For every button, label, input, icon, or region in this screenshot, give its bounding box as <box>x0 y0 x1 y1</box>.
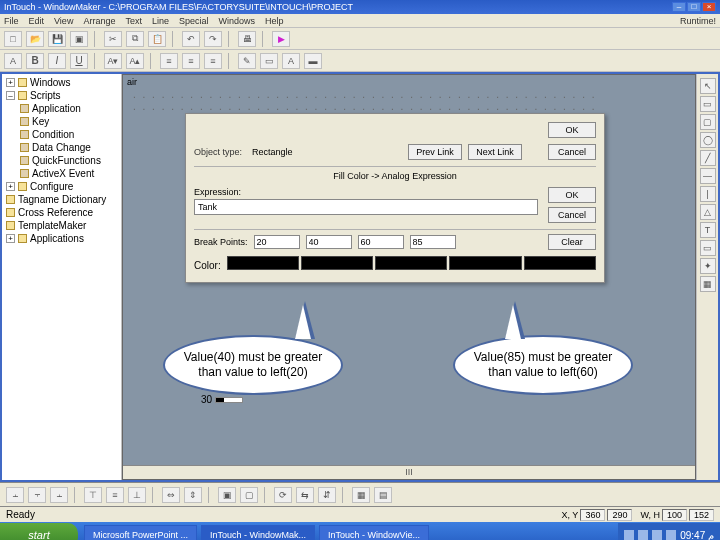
menu-arrange[interactable]: Arrange <box>83 16 115 26</box>
tool-linecolor-icon[interactable]: ✎ <box>238 53 256 69</box>
tool-roundrect-icon[interactable]: ▢ <box>700 114 716 130</box>
bp-input-4[interactable] <box>410 235 456 249</box>
tool-cut-icon[interactable]: ✂ <box>104 31 122 47</box>
color-swatch[interactable] <box>524 256 596 270</box>
taskbar-item[interactable]: InTouch - WindowMak... <box>201 525 315 540</box>
tool-dup-icon[interactable]: ▣ <box>70 31 88 47</box>
tool-line-icon[interactable]: ╱ <box>700 150 716 166</box>
color-swatch[interactable] <box>449 256 521 270</box>
tree-item[interactable]: –Scripts <box>4 89 119 102</box>
tool-rect-icon[interactable]: ▭ <box>700 96 716 112</box>
tool-bgcolor-icon[interactable]: ▬ <box>304 53 322 69</box>
tool-pointer-icon[interactable]: ↖ <box>700 78 716 94</box>
tool-hline-icon[interactable]: — <box>700 168 716 184</box>
tool-save-icon[interactable]: 💾 <box>48 31 66 47</box>
align-left-icon[interactable]: ⫠ <box>6 487 24 503</box>
expression-input[interactable] <box>194 199 538 215</box>
tool-poly-icon[interactable]: △ <box>700 204 716 220</box>
system-tray[interactable]: 09:47 م <box>618 523 720 540</box>
taskbar-item[interactable]: Microsoft PowerPoint ... <box>84 525 197 540</box>
align-right-icon[interactable]: ⫠ <box>50 487 68 503</box>
tree-item[interactable]: QuickFunctions <box>4 154 119 167</box>
prev-link-button[interactable]: Prev Link <box>408 144 462 160</box>
expand-icon[interactable]: + <box>6 234 15 243</box>
tool-bold-icon[interactable]: B <box>26 53 44 69</box>
tree-item[interactable]: +Applications <box>4 232 119 245</box>
tool-font-icon[interactable]: A <box>4 53 22 69</box>
color-swatch[interactable] <box>227 256 299 270</box>
tool-paste-icon[interactable]: 📋 <box>148 31 166 47</box>
menu-view[interactable]: View <box>54 16 73 26</box>
tool-fillcolor-icon[interactable]: ▭ <box>260 53 278 69</box>
tree-item[interactable]: +Configure <box>4 180 119 193</box>
tool-run-icon[interactable]: ▶ <box>272 31 290 47</box>
ungroup-icon[interactable]: ▤ <box>374 487 392 503</box>
tool-align-c-icon[interactable]: ≡ <box>182 53 200 69</box>
tool-wizard-icon[interactable]: ✦ <box>700 258 716 274</box>
tool-sizeup-icon[interactable]: A▴ <box>126 53 144 69</box>
minimize-button[interactable]: – <box>672 2 686 12</box>
tool-button-icon[interactable]: ▭ <box>700 240 716 256</box>
tool-align-r-icon[interactable]: ≡ <box>204 53 222 69</box>
tree-item[interactable]: Tagname Dictionary <box>4 193 119 206</box>
rotate-icon[interactable]: ⟳ <box>274 487 292 503</box>
tool-textcolor-icon[interactable]: A <box>282 53 300 69</box>
tree-item[interactable]: +Windows <box>4 76 119 89</box>
align-bot-icon[interactable]: ⊥ <box>128 487 146 503</box>
align-top-icon[interactable]: ⊤ <box>84 487 102 503</box>
tree-item[interactable]: Data Change <box>4 141 119 154</box>
tray-icon[interactable] <box>652 530 662 540</box>
flip-v-icon[interactable]: ⇵ <box>318 487 336 503</box>
tool-text-icon[interactable]: T <box>700 222 716 238</box>
group-icon[interactable]: ▦ <box>352 487 370 503</box>
menu-runtime[interactable]: Runtime! <box>680 16 716 26</box>
tool-print-icon[interactable]: 🖶 <box>238 31 256 47</box>
tool-open-icon[interactable]: 📂 <box>26 31 44 47</box>
tool-ellipse-icon[interactable]: ◯ <box>700 132 716 148</box>
tree-item[interactable]: TemplateMaker <box>4 219 119 232</box>
menu-text[interactable]: Text <box>125 16 142 26</box>
ok-button-2[interactable]: OK <box>548 187 596 203</box>
menu-windows[interactable]: Windows <box>218 16 255 26</box>
ok-button[interactable]: OK <box>548 122 596 138</box>
expand-icon[interactable]: + <box>6 182 15 191</box>
align-mid-icon[interactable]: ≡ <box>106 487 124 503</box>
tool-copy-icon[interactable]: ⧉ <box>126 31 144 47</box>
menu-file[interactable]: File <box>4 16 19 26</box>
tray-icon[interactable] <box>666 530 676 540</box>
menu-edit[interactable]: Edit <box>29 16 45 26</box>
back-icon[interactable]: ▢ <box>240 487 258 503</box>
clear-button[interactable]: Clear <box>548 234 596 250</box>
color-swatch[interactable] <box>375 256 447 270</box>
tree-item[interactable]: Cross Reference <box>4 206 119 219</box>
maximize-button[interactable]: □ <box>687 2 701 12</box>
bp-input-1[interactable] <box>254 235 300 249</box>
space-v-icon[interactable]: ⇕ <box>184 487 202 503</box>
tool-under-icon[interactable]: U <box>70 53 88 69</box>
start-button[interactable]: start <box>0 523 78 540</box>
tool-bitmap-icon[interactable]: ▦ <box>700 276 716 292</box>
cancel-button[interactable]: Cancel <box>548 144 596 160</box>
bp-input-2[interactable] <box>306 235 352 249</box>
menu-line[interactable]: Line <box>152 16 169 26</box>
tree-item[interactable]: ActiveX Event <box>4 167 119 180</box>
expand-icon[interactable]: + <box>6 78 15 87</box>
tool-new-icon[interactable]: □ <box>4 31 22 47</box>
tray-icon[interactable] <box>624 530 634 540</box>
bp-input-3[interactable] <box>358 235 404 249</box>
tree-item[interactable]: Application <box>4 102 119 115</box>
expand-icon[interactable]: – <box>6 91 15 100</box>
menu-help[interactable]: Help <box>265 16 284 26</box>
menu-special[interactable]: Special <box>179 16 209 26</box>
next-link-button[interactable]: Next Link <box>468 144 522 160</box>
flip-h-icon[interactable]: ⇆ <box>296 487 314 503</box>
tree-item[interactable]: Key <box>4 115 119 128</box>
front-icon[interactable]: ▣ <box>218 487 236 503</box>
tool-align-l-icon[interactable]: ≡ <box>160 53 178 69</box>
tool-italic-icon[interactable]: I <box>48 53 66 69</box>
cancel-button-2[interactable]: Cancel <box>548 207 596 223</box>
color-swatch[interactable] <box>301 256 373 270</box>
tool-sizedn-icon[interactable]: A▾ <box>104 53 122 69</box>
tool-undo-icon[interactable]: ↶ <box>182 31 200 47</box>
tool-vline-icon[interactable]: | <box>700 186 716 202</box>
